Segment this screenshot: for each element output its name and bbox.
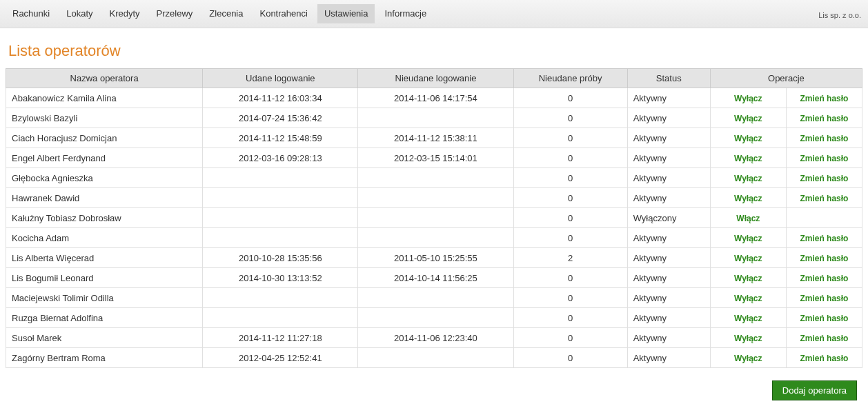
table-row: Lis Bogumił Leonard2014-10-30 13:13:5220… bbox=[6, 268, 862, 288]
cell-success bbox=[203, 288, 358, 308]
cell-fail: 2012-03-15 15:14:01 bbox=[358, 148, 513, 168]
cell-success: 2014-11-12 16:03:34 bbox=[203, 88, 358, 108]
disable-link[interactable]: Wyłącz bbox=[734, 194, 762, 203]
cell-success: 2014-11-12 11:27:18 bbox=[203, 328, 358, 348]
disable-link[interactable]: Wyłącz bbox=[734, 94, 762, 103]
change-password-link[interactable]: Zmień hasło bbox=[800, 134, 848, 143]
disable-link[interactable]: Wyłącz bbox=[734, 114, 762, 123]
nav-przelewy[interactable]: Przelewy bbox=[150, 4, 200, 23]
cell-toggle: Wyłącz bbox=[710, 328, 786, 348]
th-name: Nazwa operatora bbox=[6, 69, 203, 88]
cell-attempts: 0 bbox=[513, 228, 627, 248]
cell-status: Aktywny bbox=[627, 188, 710, 208]
cell-toggle: Wyłącz bbox=[710, 288, 786, 308]
nav-ustawienia[interactable]: Ustawienia bbox=[317, 4, 375, 23]
change-password-link[interactable]: Zmień hasło bbox=[800, 234, 848, 243]
change-password-link[interactable]: Zmień hasło bbox=[800, 114, 848, 123]
cell-attempts: 0 bbox=[513, 188, 627, 208]
cell-fail bbox=[358, 228, 513, 248]
cell-success: 2010-10-28 15:35:56 bbox=[203, 248, 358, 268]
cell-name: Kocicha Adam bbox=[6, 228, 203, 248]
table-row: Kocicha Adam0AktywnyWyłączZmień hasło bbox=[6, 228, 862, 248]
disable-link[interactable]: Wyłącz bbox=[734, 154, 762, 163]
table-row: Susoł Marek2014-11-12 11:27:182014-11-06… bbox=[6, 328, 862, 348]
cell-chpass: Zmień hasło bbox=[786, 148, 862, 168]
cell-fail: 2014-10-14 11:56:25 bbox=[358, 268, 513, 288]
add-operator-button[interactable]: Dodaj operatora bbox=[772, 380, 857, 400]
cell-toggle: Wyłącz bbox=[710, 348, 786, 368]
cell-attempts: 2 bbox=[513, 248, 627, 268]
cell-success bbox=[203, 168, 358, 188]
cell-attempts: 0 bbox=[513, 268, 627, 288]
table-row: Lis Alberta Więcerad2010-10-28 15:35:562… bbox=[6, 248, 862, 268]
cell-name: Lis Alberta Więcerad bbox=[6, 248, 203, 268]
nav-informacje[interactable]: Informacje bbox=[377, 4, 433, 23]
cell-fail bbox=[358, 108, 513, 128]
change-password-link[interactable]: Zmień hasło bbox=[800, 274, 848, 283]
cell-attempts: 0 bbox=[513, 88, 627, 108]
cell-success: 2012-04-25 12:52:41 bbox=[203, 348, 358, 368]
th-fail: Nieudane logowanie bbox=[358, 69, 513, 88]
disable-link[interactable]: Wyłącz bbox=[734, 234, 762, 243]
change-password-link[interactable]: Zmień hasło bbox=[800, 174, 848, 183]
cell-attempts: 0 bbox=[513, 288, 627, 308]
disable-link[interactable]: Wyłącz bbox=[734, 314, 762, 323]
cell-name: Hawranek Dawid bbox=[6, 188, 203, 208]
change-password-link[interactable]: Zmień hasło bbox=[800, 154, 848, 163]
cell-chpass: Zmień hasło bbox=[786, 348, 862, 368]
cell-fail: 2014-11-06 14:17:54 bbox=[358, 88, 513, 108]
cell-chpass bbox=[786, 208, 862, 228]
cell-status: Aktywny bbox=[627, 308, 710, 328]
cell-status: Aktywny bbox=[627, 168, 710, 188]
cell-fail: 2011-05-10 15:25:55 bbox=[358, 248, 513, 268]
cell-status: Wyłączony bbox=[627, 208, 710, 228]
cell-toggle: Wyłącz bbox=[710, 308, 786, 328]
change-password-link[interactable]: Zmień hasło bbox=[800, 254, 848, 263]
cell-status: Aktywny bbox=[627, 108, 710, 128]
change-password-link[interactable]: Zmień hasło bbox=[800, 334, 848, 343]
disable-link[interactable]: Wyłącz bbox=[734, 274, 762, 283]
cell-chpass: Zmień hasło bbox=[786, 108, 862, 128]
cell-attempts: 0 bbox=[513, 208, 627, 228]
change-password-link[interactable]: Zmień hasło bbox=[800, 314, 848, 323]
cell-fail: 2014-11-06 12:23:40 bbox=[358, 328, 513, 348]
cell-attempts: 0 bbox=[513, 108, 627, 128]
table-row: Głębocka Agnieszka0AktywnyWyłączZmień ha… bbox=[6, 168, 862, 188]
disable-link[interactable]: Wyłącz bbox=[734, 294, 762, 303]
cell-name: Kałużny Tobiasz Dobrosław bbox=[6, 208, 203, 228]
change-password-link[interactable]: Zmień hasło bbox=[800, 354, 848, 363]
cell-name: Zagórny Bertram Roma bbox=[6, 348, 203, 368]
change-password-link[interactable]: Zmień hasło bbox=[800, 94, 848, 103]
nav-kredyty[interactable]: Kredyty bbox=[103, 4, 147, 23]
cell-chpass: Zmień hasło bbox=[786, 128, 862, 148]
nav-lokaty[interactable]: Lokaty bbox=[59, 4, 99, 23]
th-success: Udane logowanie bbox=[203, 69, 358, 88]
disable-link[interactable]: Wyłącz bbox=[734, 134, 762, 143]
disable-link[interactable]: Wyłącz bbox=[734, 354, 762, 363]
cell-success bbox=[203, 208, 358, 228]
cell-fail bbox=[358, 188, 513, 208]
cell-chpass: Zmień hasło bbox=[786, 88, 862, 108]
cell-toggle: Wyłącz bbox=[710, 228, 786, 248]
cell-toggle: Wyłącz bbox=[710, 268, 786, 288]
nav-kontrahenci[interactable]: Kontrahenci bbox=[253, 4, 314, 23]
table-row: Hawranek Dawid0AktywnyWyłączZmień hasło bbox=[6, 188, 862, 208]
cell-status: Aktywny bbox=[627, 348, 710, 368]
nav-zlecenia[interactable]: Zlecenia bbox=[202, 4, 250, 23]
cell-status: Aktywny bbox=[627, 288, 710, 308]
operators-table: Nazwa operatora Udane logowanie Nieudane… bbox=[6, 68, 862, 368]
nav-rachunki[interactable]: Rachunki bbox=[6, 4, 57, 23]
cell-fail bbox=[358, 348, 513, 368]
cell-name: Maciejewski Tolimir Odilla bbox=[6, 288, 203, 308]
table-row: Maciejewski Tolimir Odilla0AktywnyWyłącz… bbox=[6, 288, 862, 308]
disable-link[interactable]: Wyłącz bbox=[734, 254, 762, 263]
disable-link[interactable]: Wyłącz bbox=[734, 174, 762, 183]
disable-link[interactable]: Wyłącz bbox=[734, 334, 762, 343]
change-password-link[interactable]: Zmień hasło bbox=[800, 294, 848, 303]
cell-attempts: 0 bbox=[513, 308, 627, 328]
cell-success: 2014-07-24 15:36:42 bbox=[203, 108, 358, 128]
cell-chpass: Zmień hasło bbox=[786, 308, 862, 328]
cell-status: Aktywny bbox=[627, 128, 710, 148]
change-password-link[interactable]: Zmień hasło bbox=[800, 194, 848, 203]
enable-link[interactable]: Włącz bbox=[736, 214, 760, 223]
